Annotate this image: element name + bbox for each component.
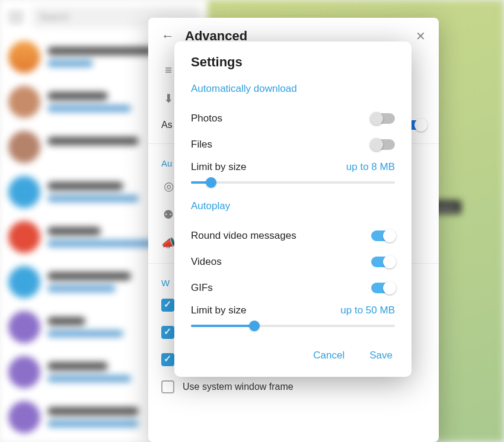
settings-title: Settings (191, 55, 395, 70)
download-icon: ⬇ (161, 91, 176, 105)
photos-label: Photos (191, 113, 222, 124)
download-limit-value: up to 8 MB (346, 161, 395, 173)
autoplay-header: Autoplay (191, 200, 395, 212)
globe-icon: ◎ (161, 179, 176, 193)
auto-download-header: Automatically download (191, 83, 395, 95)
close-icon[interactable]: ✕ (416, 29, 426, 43)
check-1[interactable] (161, 299, 174, 312)
download-limit-slider[interactable] (191, 181, 395, 184)
settings-dialog: Settings Automatically download Photos F… (174, 41, 412, 377)
download-limit-row: Limit by size up to 8 MB (191, 158, 395, 194)
videos-row: Videos (191, 249, 395, 275)
autoplay-limit-slider[interactable] (191, 325, 395, 327)
check-system-frame[interactable] (161, 380, 174, 393)
files-toggle[interactable] (371, 139, 395, 150)
autoplay-limit-row: Limit by size up to 50 MB (191, 301, 395, 338)
database-icon: ≡ (161, 63, 176, 77)
gifs-label: GIFs (191, 282, 213, 294)
autoplay-limit-value: up to 50 MB (340, 305, 395, 316)
save-button[interactable]: Save (367, 346, 395, 365)
megaphone-icon: 📣 (161, 236, 176, 250)
ask-label: As (161, 120, 173, 130)
back-icon[interactable]: ← (161, 28, 174, 44)
gifs-toggle[interactable] (371, 283, 395, 293)
cancel-button[interactable]: Cancel (311, 346, 347, 365)
files-row: Files (191, 132, 395, 158)
autoplay-limit-label: Limit by size (191, 305, 247, 316)
system-frame-label: Use system window frame (183, 382, 294, 392)
photos-toggle[interactable] (371, 113, 395, 124)
group-icon: ⚉ (161, 207, 176, 222)
gifs-row: GIFs (191, 275, 395, 301)
round-video-label: Round video messages (191, 230, 296, 242)
videos-toggle[interactable] (371, 257, 395, 267)
videos-label: Videos (191, 256, 222, 268)
round-video-row: Round video messages (191, 223, 395, 249)
round-video-toggle[interactable] (371, 230, 395, 241)
photos-row: Photos (191, 105, 395, 132)
files-label: Files (191, 139, 212, 150)
check-2[interactable] (161, 326, 174, 339)
download-limit-label: Limit by size (191, 161, 247, 173)
check-3[interactable] (161, 353, 174, 366)
menu-icon[interactable] (8, 12, 24, 23)
